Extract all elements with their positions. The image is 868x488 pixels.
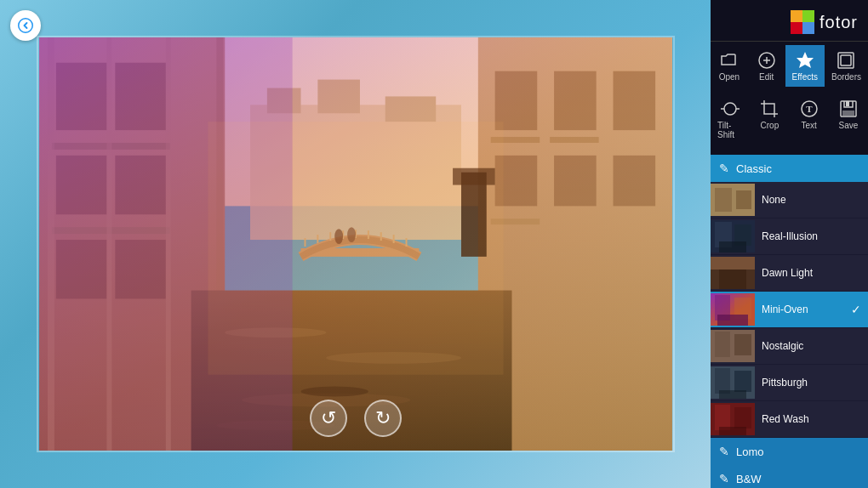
effect-red-wash-thumb: [711, 403, 755, 435]
borders-tool[interactable]: Borders: [825, 45, 868, 87]
svg-rect-94: [715, 405, 730, 430]
bw-category[interactable]: ✎ B&W: [711, 465, 868, 488]
svg-marker-61: [797, 52, 814, 68]
fotor-brand: fotor: [711, 7, 868, 42]
effect-mini-oven-label: Mini-Oven: [755, 304, 851, 315]
classic-category[interactable]: ✎ Classic: [711, 155, 868, 182]
redo-button[interactable]: ↻: [364, 400, 402, 437]
effect-mini-oven[interactable]: Mini-Oven ✓: [711, 292, 868, 328]
bw-label: B&W: [736, 473, 762, 485]
svg-rect-91: [734, 371, 751, 392]
borders-label: Borders: [831, 72, 861, 82]
selected-checkmark: ✓: [851, 303, 868, 316]
svg-rect-56: [791, 22, 802, 34]
crop-label: Crop: [761, 121, 779, 130]
edit-tool[interactable]: Edit: [748, 45, 785, 87]
lomo-category[interactable]: ✎ Lomo: [711, 438, 868, 465]
effect-pittsburgh-label: Pittsburgh: [755, 377, 868, 389]
bw-icon: ✎: [719, 472, 729, 485]
effect-none-label: None: [755, 194, 868, 206]
toolbar-icons-2: Tilt-Shift Crop T Text: [711, 90, 868, 148]
lomo-label: Lomo: [736, 445, 764, 458]
svg-point-0: [19, 19, 33, 33]
tiltshift-tool[interactable]: Tilt-Shift: [711, 94, 750, 145]
save-label: Save: [838, 121, 858, 130]
image-controls: ↺ ↻: [310, 400, 402, 437]
svg-rect-92: [719, 390, 746, 399]
effect-dawn-light-thumb: [711, 257, 755, 289]
lomo-icon: ✎: [719, 445, 729, 458]
open-label: Open: [719, 72, 740, 82]
svg-rect-95: [734, 407, 751, 428]
svg-rect-81: [719, 270, 746, 289]
effect-pittsburgh[interactable]: Pittsburgh: [711, 365, 868, 401]
svg-point-64: [724, 103, 736, 115]
classic-icon: ✎: [719, 162, 729, 175]
effect-real-illusion[interactable]: Real-Illusion: [711, 218, 868, 255]
text-tool[interactable]: T Text: [790, 94, 829, 145]
effect-mini-oven-thumb: [711, 293, 755, 326]
svg-text:T: T: [806, 104, 813, 114]
back-button[interactable]: [10, 10, 41, 41]
svg-rect-80: [711, 257, 755, 270]
svg-rect-88: [734, 334, 751, 355]
app-title: fotor: [819, 13, 858, 32]
classic-label: Classic: [736, 162, 772, 175]
open-tool[interactable]: Open: [711, 45, 748, 87]
text-label: Text: [801, 121, 816, 130]
svg-rect-90: [715, 368, 730, 394]
svg-rect-74: [736, 190, 751, 209]
effect-real-illusion-thumb: [711, 220, 755, 253]
svg-rect-71: [842, 111, 854, 116]
svg-rect-55: [802, 10, 814, 22]
crop-tool[interactable]: Crop: [750, 94, 789, 145]
effects-tool[interactable]: Effects: [785, 45, 825, 87]
effects-panel: ✎ Classic None: [711, 155, 868, 488]
main-area: ↺ ↻: [0, 0, 711, 488]
effect-pittsburgh-thumb: [711, 366, 755, 399]
save-tool[interactable]: Save: [829, 94, 868, 145]
effect-nostalgic-label: Nostalgic: [755, 340, 868, 352]
svg-rect-87: [715, 332, 730, 357]
svg-rect-85: [717, 315, 748, 326]
svg-rect-70: [846, 101, 849, 106]
effect-none-thumb: [711, 184, 755, 216]
top-toolbar: fotor Open Edit: [711, 0, 868, 155]
effect-real-illusion-label: Real-Illusion: [755, 230, 868, 242]
fotor-logo-icon: [791, 10, 814, 34]
effects-label: Effects: [792, 72, 818, 82]
effect-nostalgic-thumb: [711, 330, 755, 362]
svg-rect-63: [841, 55, 851, 65]
sidebar: fotor Open Edit: [711, 0, 868, 488]
svg-rect-57: [802, 22, 814, 34]
effect-nostalgic[interactable]: Nostalgic: [711, 328, 868, 365]
undo-button[interactable]: ↺: [310, 400, 347, 437]
effect-dawn-light[interactable]: Dawn Light: [711, 255, 868, 292]
tiltshift-label: Tilt-Shift: [717, 121, 743, 139]
effect-red-wash[interactable]: Red Wash: [711, 401, 868, 438]
effect-none[interactable]: None: [711, 182, 868, 218]
image-canvas: ↺ ↻: [37, 36, 675, 452]
edit-label: Edit: [759, 72, 774, 82]
svg-rect-54: [791, 10, 802, 22]
effect-dawn-light-label: Dawn Light: [755, 267, 868, 279]
svg-rect-53: [208, 122, 503, 375]
toolbar-icons: Open Edit Effects: [711, 42, 868, 90]
svg-rect-73: [715, 188, 732, 212]
svg-rect-96: [719, 427, 746, 435]
svg-rect-78: [719, 241, 746, 253]
effect-red-wash-label: Red Wash: [755, 413, 868, 425]
